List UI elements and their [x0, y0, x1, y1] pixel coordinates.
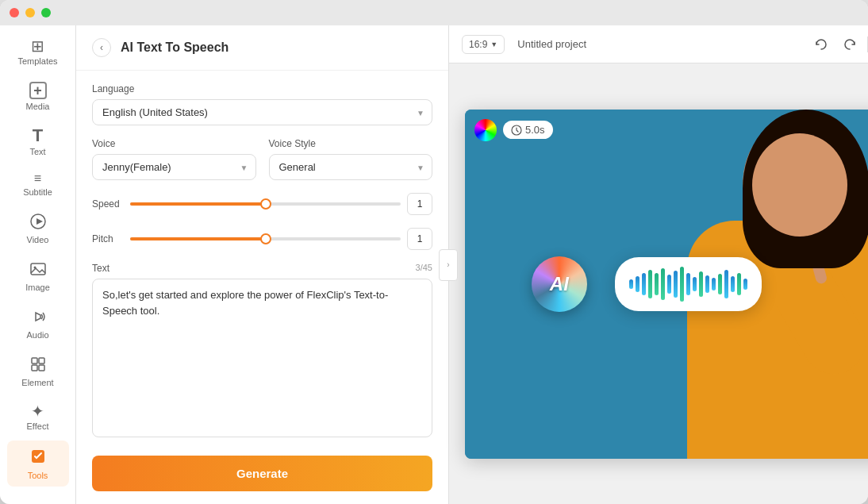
sidebar-item-subtitle[interactable]: ≡ Subtitle: [7, 166, 69, 203]
wave-bar-12: [699, 271, 703, 297]
voice-style-select-wrapper: General Cheerful Sad ▼: [269, 154, 433, 180]
pitch-value: 1: [407, 228, 432, 250]
wave-bar-13: [705, 275, 709, 293]
language-select[interactable]: English (United States) English (UK) Spa…: [92, 99, 432, 125]
sidebar-label-video: Video: [27, 235, 49, 244]
language-select-wrapper: English (United States) English (UK) Spa…: [92, 99, 432, 125]
app-window: ⊞ Templates + Media T Text ≡ Subtitle Vi…: [0, 0, 868, 504]
pitch-row: Pitch 1: [92, 228, 432, 250]
image-icon: [29, 260, 47, 280]
aspect-ratio-chevron: ▼: [490, 40, 497, 48]
sidebar: ⊞ Templates + Media T Text ≡ Subtitle Vi…: [0, 25, 76, 504]
wave-bar-9: [680, 267, 684, 302]
canvas-info-bar: 5.0s: [474, 119, 553, 141]
ai-badge-container: AI: [532, 256, 587, 312]
audio-icon: [29, 308, 47, 328]
wave-bar-17: [731, 276, 735, 292]
aspect-ratio-value: 16:9: [469, 39, 487, 50]
svg-rect-6: [32, 365, 37, 371]
wave-bar-19: [743, 279, 747, 290]
wave-bar-3: [642, 273, 646, 295]
wave-bar-18: [737, 273, 741, 295]
sidebar-item-video[interactable]: Video: [7, 206, 69, 251]
svg-marker-1: [36, 218, 43, 225]
voice-label: Voice: [92, 138, 256, 149]
panel-title: AI Text To Speech: [121, 40, 229, 55]
wave-bar-6: [661, 268, 665, 300]
sidebar-item-effect[interactable]: ✦ Effect: [7, 397, 69, 437]
speed-slider-thumb: [260, 198, 271, 210]
main-content: ⊞ Templates + Media T Text ≡ Subtitle Vi…: [0, 25, 868, 504]
speed-row: Speed 1: [92, 193, 432, 215]
speed-label: Speed: [92, 198, 124, 210]
maximize-button[interactable]: [41, 8, 51, 17]
panel-collapse-button[interactable]: ›: [439, 249, 458, 281]
woman-face: [752, 133, 847, 237]
sidebar-item-image[interactable]: Image: [7, 254, 69, 298]
collapse-icon: ›: [447, 260, 449, 269]
sidebar-item-element[interactable]: Element: [7, 349, 69, 394]
close-button[interactable]: [10, 8, 19, 17]
wave-bar-15: [718, 274, 722, 294]
sidebar-item-audio[interactable]: Audio: [7, 302, 69, 346]
wave-bar-2: [636, 276, 639, 292]
speed-slider-fill: [130, 202, 266, 206]
panel-body: Language English (United States) English…: [76, 71, 448, 446]
pitch-slider-track[interactable]: [130, 237, 401, 240]
sidebar-item-media[interactable]: + Media: [7, 75, 69, 117]
voice-group: Voice Jenny(Female) Guy(Male) Aria(Femal…: [92, 138, 256, 180]
canvas-frame: 5.0s AI: [465, 110, 868, 459]
effect-icon: ✦: [31, 403, 44, 419]
svg-rect-5: [39, 358, 44, 364]
redo-button[interactable]: [839, 33, 861, 56]
sidebar-item-templates[interactable]: ⊞ Templates: [7, 32, 69, 72]
minimize-button[interactable]: [25, 8, 35, 17]
ai-badge: AI: [532, 256, 587, 312]
sidebar-label-tools: Tools: [28, 471, 48, 480]
language-group: Language English (United States) English…: [92, 83, 432, 125]
text-count: 3/45: [416, 263, 432, 274]
sidebar-label-audio: Audio: [26, 330, 48, 340]
sidebar-label-templates: Templates: [17, 56, 57, 66]
sidebar-label-media: Media: [26, 102, 50, 111]
pitch-slider-thumb: [260, 233, 271, 244]
svg-rect-7: [39, 365, 44, 371]
panel-header: ‹ AI Text To Speech: [76, 25, 448, 71]
voice-style-select[interactable]: General Cheerful Sad: [269, 154, 433, 180]
wave-bar-1: [629, 279, 633, 289]
canvas-toolbar: 16:9 ▼ Untitled project: [449, 25, 868, 63]
title-bar: [0, 0, 868, 25]
time-value: 5.0s: [525, 124, 545, 136]
text-group: Text 3/45 So,let's get started and explo…: [92, 263, 432, 440]
text-icon: T: [33, 127, 43, 144]
svg-rect-4: [32, 358, 37, 364]
canvas-area: 16:9 ▼ Untitled project: [449, 25, 868, 504]
sidebar-label-image: Image: [25, 283, 50, 292]
wave-bar-8: [674, 271, 678, 298]
pitch-label: Pitch: [92, 233, 124, 244]
language-label: Language: [92, 83, 432, 94]
speed-slider-track[interactable]: [130, 202, 401, 206]
wave-bar-4: [648, 270, 652, 298]
aspect-ratio-button[interactable]: 16:9 ▼: [462, 35, 505, 54]
voice-style-label: Voice Style: [269, 138, 433, 149]
generate-section: Generate: [76, 446, 448, 504]
text-input[interactable]: So,let's get started and explore the pow…: [92, 279, 432, 437]
pitch-slider-container: [130, 237, 401, 240]
sidebar-label-subtitle: Subtitle: [23, 187, 52, 197]
back-button[interactable]: ‹: [92, 38, 111, 57]
wave-bar-16: [724, 270, 728, 298]
wave-bar-5: [655, 273, 659, 295]
svg-rect-2: [31, 264, 45, 275]
text-header: Text 3/45: [92, 263, 432, 274]
undo-button[interactable]: [810, 33, 832, 56]
speed-slider-container: [130, 202, 401, 206]
tools-icon: [29, 447, 48, 468]
video-icon: [29, 213, 47, 233]
sidebar-item-tools[interactable]: Tools: [7, 441, 69, 487]
voice-select[interactable]: Jenny(Female) Guy(Male) Aria(Female): [92, 154, 256, 180]
sidebar-item-text[interactable]: T Text: [7, 121, 69, 163]
voice-style-group: Voice Style General Cheerful Sad ▼: [269, 138, 433, 180]
generate-button[interactable]: Generate: [92, 456, 432, 491]
voice-select-wrapper: Jenny(Female) Guy(Male) Aria(Female) ▼: [92, 154, 256, 180]
